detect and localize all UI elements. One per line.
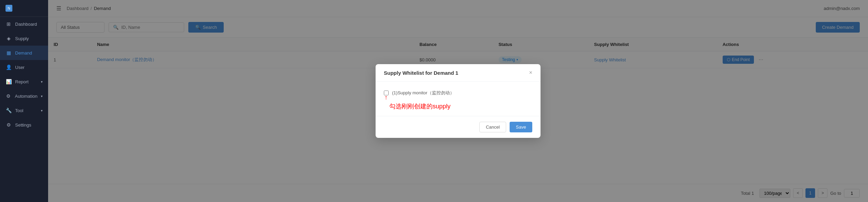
tool-chevron: ▾ [41,109,43,112]
sidebar-item-label: Report [15,79,29,84]
sidebar-item-label: Supply [15,36,29,41]
modal-header: Supply Whitelist for Demand 1 × [376,64,541,82]
supply-checkbox-row: (1)Supply monitor（监控勿动） [384,90,532,96]
main-content: ☰ Dashboard / Demand admin@nadx.com All … [48,0,868,202]
supply-whitelist-modal: Supply Whitelist for Demand 1 × (1)Suppl… [376,64,541,138]
sidebar-item-supply[interactable]: ◈ Supply [0,31,48,46]
annotation-text: 勾选刚刚创建的supply [389,102,450,110]
modal-footer: Cancel Save [376,116,541,138]
sidebar-item-label: Automation [15,94,37,99]
sidebar-item-tool[interactable]: 🔧 Tool ▾ [0,103,48,118]
report-icon: 📊 [5,79,12,84]
logo-icon: N [5,5,12,12]
modal-title: Supply Whitelist for Demand 1 [384,70,458,76]
sidebar-item-dashboard[interactable]: ⊞ Dashboard [0,17,48,31]
dashboard-icon: ⊞ [5,21,12,27]
sidebar-item-label: User [15,65,24,70]
modal-body: (1)Supply monitor（监控勿动） ↑ 勾选刚刚创建的supply [376,82,541,116]
report-chevron: ▾ [41,80,43,84]
supply-icon: ◈ [5,36,12,41]
sidebar-item-user[interactable]: 👤 User [0,60,48,74]
sidebar-item-label: Demand [15,50,32,56]
demand-icon: ▦ [5,50,12,56]
automation-icon: ⚙ [5,93,11,99]
modal-overlay: Supply Whitelist for Demand 1 × (1)Suppl… [48,0,868,202]
user-icon: 👤 [5,64,12,70]
sidebar-item-label: Settings [15,122,31,128]
sidebar-item-settings[interactable]: ⚙ Settings [0,118,48,132]
sidebar-item-report[interactable]: 📊 Report ▾ [0,74,48,89]
supply-item-label: (1)Supply monitor（监控勿动） [392,90,454,96]
tool-icon: 🔧 [5,108,12,113]
sidebar-item-label: Tool [15,108,23,113]
cancel-button[interactable]: Cancel [479,122,506,132]
sidebar-logo: N [0,0,48,17]
modal-close-button[interactable]: × [529,70,532,76]
automation-chevron: ▾ [41,94,43,98]
save-button[interactable]: Save [510,122,532,132]
supply-checkbox[interactable] [384,91,389,95]
sidebar-item-label: Dashboard [15,22,37,27]
sidebar-item-demand[interactable]: ▦ Demand ◀ [0,46,48,60]
sidebar-item-automation[interactable]: ⚙ Automation ▾ [0,89,48,103]
sidebar: N ⊞ Dashboard ◈ Supply ▦ Demand ◀ 👤 User… [0,0,48,202]
settings-icon: ⚙ [5,122,12,128]
